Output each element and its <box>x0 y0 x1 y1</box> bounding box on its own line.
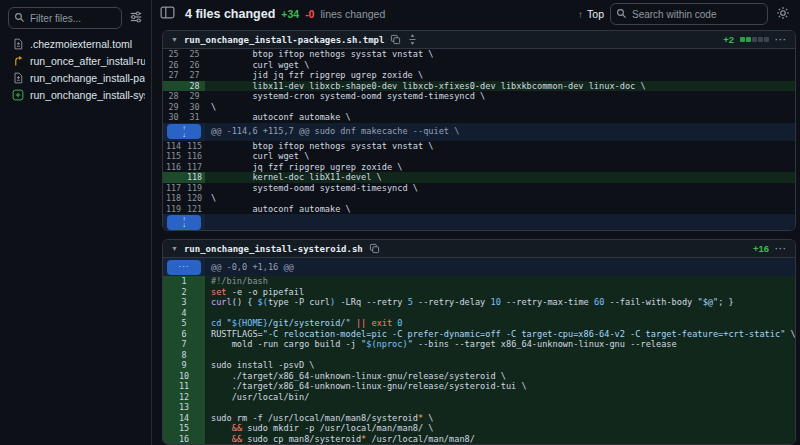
new-line-number: 11 <box>163 381 205 392</box>
code-line: libx11-dev libxcb-shape0-dev libxcb-xfix… <box>205 81 795 92</box>
diff-row-added: 11 ./target/x86_64-unknown-linux-gnu/rel… <box>163 381 795 392</box>
old-line-number: 25 <box>163 49 184 60</box>
code-line: autoconf automake \ <box>205 112 795 123</box>
diff-row-added: 3curl() { $(type -P curl) -LRq --retry 5… <box>163 297 795 308</box>
diff-row-added: 28 libx11-dev libxcb-shape0-dev libxcb-x… <box>163 81 795 92</box>
code-segment: --retry-delay <box>413 297 491 307</box>
diff-row-added: 15 && sudo mkdir -p /usr/local/man/man8/… <box>163 423 795 434</box>
code-segment: "-C relocation-model=pic -C prefer-dynam… <box>263 329 786 339</box>
search-within-code-field <box>610 3 768 25</box>
file-tree-item[interactable]: run_onchange_install-pack... <box>8 69 145 86</box>
new-line-number: 29 <box>184 91 205 102</box>
code-segment: btop iftop nethogs sysstat vnstat \ <box>211 141 433 151</box>
new-line-number: 7 <box>163 339 205 350</box>
code-segment: && <box>232 434 242 444</box>
filter-files-input[interactable] <box>8 7 122 29</box>
code-line: systemd-oomd systemd-timesyncd \ <box>205 183 795 194</box>
old-line-number: 28 <box>163 91 184 102</box>
code-segment: -LRq --retry <box>335 297 407 307</box>
code-segment: $( <box>258 297 268 307</box>
hunk-header-text: @@ -114,6 +115,7 @@ sudo dnf makecache -… <box>205 123 795 141</box>
old-line-number: 116 <box>163 162 184 173</box>
diff-file-header: ▼run_onchange_install-packages.sh.tmpl+2… <box>163 31 795 49</box>
code-line: set -e -o pipefail <box>205 287 795 298</box>
code-segment: \ <box>211 102 216 112</box>
code-segment: 10 <box>490 297 500 307</box>
new-line-number: 12 <box>163 392 205 403</box>
diff-row-added: 2set -e -o pipefail <box>163 287 795 298</box>
file-tree-item[interactable]: .chezmoiexternal.toml <box>8 35 145 52</box>
diff-row: 114115 btop iftop nethogs sysstat vnstat… <box>163 141 795 152</box>
code-segment: #!/bin/bash <box>211 276 268 286</box>
kebab-menu-button[interactable]: ··· <box>775 35 787 45</box>
code-segment: 60 <box>594 297 604 307</box>
code-segment: () { <box>232 297 258 307</box>
code-segment <box>211 423 232 433</box>
diffstat-square <box>746 37 751 42</box>
file-tree-item[interactable]: run_once_after_install-rust.... <box>8 52 145 69</box>
copy-filename-button[interactable] <box>390 34 401 45</box>
filter-files-field <box>8 7 122 29</box>
old-line-number: 30 <box>163 112 184 123</box>
code-line: RUSTFLAGS="-C relocation-model=pic -C pr… <box>205 329 795 340</box>
code-segment: \ <box>785 329 795 339</box>
code-segment: --retry-max-time <box>501 297 594 307</box>
code-segment: sudo cp man8/systeroid <box>242 434 361 444</box>
code-segment: RUSTFLAGS= <box>211 329 263 339</box>
diff-row: 2626 curl wget \ <box>163 60 795 71</box>
chevron-down-icon[interactable]: ▼ <box>171 245 178 252</box>
code-segment: curl wget \ <box>211 151 309 161</box>
code-segment: /git/systeroid/" <box>268 318 351 328</box>
file-filter-options-button[interactable] <box>127 8 145 29</box>
diff-row: 2525 btop iftop nethogs sysstat vnstat \ <box>163 49 795 60</box>
code-segment: autoconf automake \ <box>211 204 351 214</box>
code-segment: exit <box>371 318 392 328</box>
file-tree-item[interactable]: run_onchange_install-syste... <box>8 86 145 103</box>
diff-settings-button[interactable] <box>774 4 792 25</box>
search-within-code-input[interactable] <box>610 3 768 25</box>
code-line: btop iftop nethogs sysstat vnstat \ <box>205 141 795 152</box>
code-segment: @@ -114,6 +115,7 @@ sudo dnf makecache -… <box>211 126 459 137</box>
diff-row: 118120\ <box>163 193 795 204</box>
code-segment: ./target/x86_64-unknown-linux-gnu/releas… <box>211 381 527 391</box>
total-deletions: -0 <box>305 8 314 20</box>
diff-row: 117119 systemd-oomd systemd-timesyncd \ <box>163 183 795 194</box>
file-tree-item-label: .chezmoiexternal.toml <box>30 38 132 50</box>
back-to-top-link[interactable]: ↑ Top <box>578 8 604 20</box>
unfold-all-button[interactable] <box>407 34 418 45</box>
code-segment: curl wget \ <box>211 60 309 70</box>
copy-filename-button[interactable] <box>369 243 380 254</box>
code-line: \ <box>205 102 795 113</box>
code-line: #!/bin/bash <box>205 276 795 287</box>
diff-row: 119121 autoconf automake \ <box>163 204 795 215</box>
hunk-header-text <box>205 214 795 230</box>
code-line: autoconf automake \ <box>205 204 795 215</box>
code-segment: \ <box>211 193 216 203</box>
new-line-number: 25 <box>184 49 205 60</box>
file-list: .chezmoiexternal.tomlrun_once_after_inst… <box>8 35 145 103</box>
code-line: curl wget \ <box>205 151 795 162</box>
diff-row-added: 4 <box>163 308 795 319</box>
chevron-down-icon[interactable]: ▼ <box>171 36 178 43</box>
expand-diff-button[interactable]: ↑↓ <box>167 124 201 139</box>
new-line-number: 15 <box>163 423 205 434</box>
new-line-number: 118 <box>184 172 205 183</box>
code-line <box>205 402 795 413</box>
diff-filename: run_onchange_install-packages.sh.tmpl <box>184 35 384 45</box>
new-line-number: 26 <box>184 60 205 71</box>
expand-diff-button[interactable]: ↑↓ <box>167 215 201 230</box>
diff-body: ···@@ -0,0 +1,16 @@1#!/bin/bash2set -e -… <box>163 258 795 444</box>
code-segment: ./target/x86_64-unknown-linux-gnu/releas… <box>211 371 506 381</box>
new-line-number: 3 <box>163 297 205 308</box>
diff-filename: run_onchange_install-systeroid.sh <box>184 244 363 254</box>
expand-diff-button[interactable]: ··· <box>167 260 201 275</box>
kebab-menu-button[interactable]: ··· <box>775 244 787 254</box>
code-line: curl() { $(type -P curl) -LRq --retry 5 … <box>205 297 795 308</box>
code-line: btop iftop nethogs sysstat vnstat \ <box>205 49 795 60</box>
diffstat-square <box>764 37 769 42</box>
new-line-number: 115 <box>184 141 205 152</box>
new-line-number: 116 <box>184 151 205 162</box>
diff-main: 4 files changed +34 -0 lines changed ↑ T… <box>152 0 800 445</box>
hunk-header-text: @@ -0,0 +1,16 @@ <box>205 258 795 276</box>
file-tree-toggle-button[interactable] <box>158 3 177 25</box>
